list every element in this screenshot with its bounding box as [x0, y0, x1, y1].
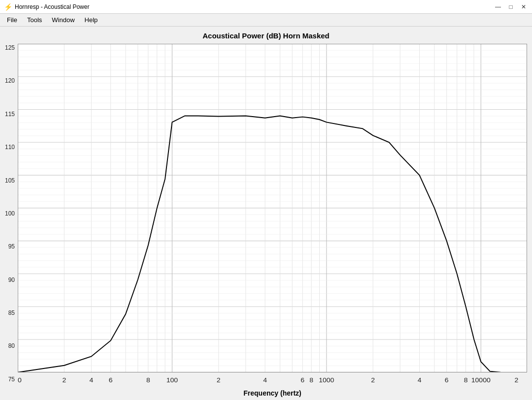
svg-text:4: 4: [418, 376, 422, 383]
svg-text:8: 8: [464, 376, 468, 383]
app-icon: ⚡: [4, 3, 12, 11]
y-label-105: 105: [5, 178, 15, 184]
y-label-85: 85: [8, 310, 15, 316]
y-label-90: 90: [8, 277, 15, 283]
svg-text:4: 4: [263, 376, 267, 383]
window-title: Hornresp - Acoustical Power: [15, 3, 89, 10]
close-button[interactable]: ✕: [519, 2, 528, 11]
menu-tools[interactable]: Tools: [22, 15, 47, 25]
y-label-80: 80: [8, 343, 15, 349]
y-label-100: 100: [5, 211, 15, 216]
svg-text:6: 6: [445, 376, 449, 383]
y-label-120: 120: [5, 78, 15, 84]
svg-text:8: 8: [146, 376, 150, 383]
svg-text:4: 4: [90, 376, 94, 383]
svg-text:1000: 1000: [319, 376, 334, 383]
svg-text:10: 10: [18, 376, 22, 383]
chart-title: Acoustical Power (dB) Horn Masked: [202, 31, 330, 40]
menu-file[interactable]: File: [2, 15, 22, 25]
svg-text:2: 2: [62, 376, 66, 383]
menu-help[interactable]: Help: [80, 15, 103, 25]
graph-svg-container: /* We'll handle minor lines via the SVG …: [18, 44, 527, 372]
x-axis-container: 10 2 4 6 8 100 2 4 6 8 1000 2 4 6 8 1000…: [18, 372, 527, 387]
menu-window[interactable]: Window: [47, 15, 79, 25]
y-label-110: 110: [5, 144, 15, 150]
y-axis-labels: 125 120 115 110 105 100 95 90 85 80 75: [5, 44, 18, 397]
chart-svg: /* We'll handle minor lines via the SVG …: [18, 44, 527, 372]
svg-text:2: 2: [371, 376, 375, 383]
title-bar: ⚡ Hornresp - Acoustical Power — □ ✕: [0, 0, 532, 14]
menu-bar: File Tools Window Help: [0, 14, 532, 27]
y-label-125: 125: [5, 45, 15, 51]
chart-container: Acoustical Power (dB) Horn Masked 125 12…: [0, 27, 532, 400]
svg-text:6: 6: [109, 376, 113, 383]
x-axis-svg: 10 2 4 6 8 100 2 4 6 8 1000 2 4 6 8 1000…: [18, 372, 527, 387]
svg-text:2: 2: [515, 376, 519, 383]
maximize-button[interactable]: □: [506, 2, 515, 11]
svg-text:8: 8: [309, 376, 313, 383]
y-label-75: 75: [8, 376, 15, 382]
svg-text:10000: 10000: [471, 376, 491, 383]
svg-text:2: 2: [217, 376, 221, 383]
y-label-115: 115: [5, 111, 15, 117]
x-axis-title: Frequency (hertz): [18, 389, 527, 397]
svg-text:6: 6: [300, 376, 304, 383]
y-label-95: 95: [8, 244, 15, 249]
chart-area: 125 120 115 110 105 100 95 90 85 80 75: [5, 44, 527, 397]
svg-text:100: 100: [166, 376, 178, 383]
graph-and-x-container: /* We'll handle minor lines via the SVG …: [18, 44, 527, 397]
minimize-button[interactable]: —: [494, 2, 502, 11]
